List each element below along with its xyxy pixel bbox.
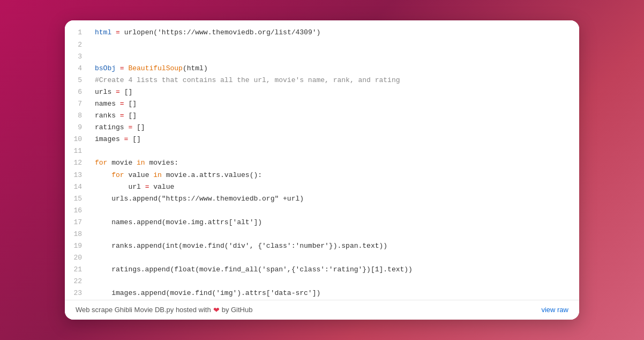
line-number: 16 xyxy=(65,205,91,217)
line-number: 3 xyxy=(65,51,91,63)
footer-text-right: by GitHub xyxy=(222,306,253,314)
line-code: #Create 4 lists that contains all the ur… xyxy=(91,75,579,86)
line-code xyxy=(91,276,579,287)
table-row: 12for movie in movies: xyxy=(65,157,579,169)
table-row: 1html = urlopen('https://www.themoviedb.… xyxy=(65,27,579,39)
table-row: 6urls = [] xyxy=(65,86,579,98)
table-row: 9ratings = [] xyxy=(65,122,579,134)
line-code: names = [] xyxy=(91,98,579,110)
line-code: for movie in movies: xyxy=(91,157,579,169)
table-row: 3 xyxy=(65,51,579,63)
line-number: 5 xyxy=(65,75,91,86)
line-code: bsObj = BeautifulSoup(html) xyxy=(91,63,579,75)
line-number: 8 xyxy=(65,110,91,122)
table-row: 8ranks = [] xyxy=(65,110,579,122)
line-number: 15 xyxy=(65,193,91,205)
line-code: url = value xyxy=(91,181,579,193)
table-row: 13 for value in movie.a.attrs.values(): xyxy=(65,169,579,181)
table-row: 14 url = value xyxy=(65,181,579,193)
line-code xyxy=(91,39,579,51)
line-code: names.append(movie.img.attrs['alt']) xyxy=(91,217,579,228)
line-number: 7 xyxy=(65,98,91,110)
footer-left: Web scrape Ghibli Movie DB.py hosted wit… xyxy=(76,306,252,314)
table-row: 21 ratings.append(float(movie.find_all('… xyxy=(65,264,579,276)
line-number: 17 xyxy=(65,217,91,228)
footer-text-left: Web scrape Ghibli Movie DB.py hosted wit… xyxy=(76,306,211,314)
line-code: images = [] xyxy=(91,134,579,145)
line-code: images.append(movie.find('img').attrs['d… xyxy=(91,287,579,299)
line-number: 21 xyxy=(65,264,91,276)
view-raw-link[interactable]: view raw xyxy=(541,306,568,314)
line-code: ranks = [] xyxy=(91,110,579,122)
table-row: 5#Create 4 lists that contains all the u… xyxy=(65,75,579,86)
table-row: 10images = [] xyxy=(65,134,579,145)
table-row: 15 urls.append("https://www.themoviedb.o… xyxy=(65,193,579,205)
line-number: 14 xyxy=(65,181,91,193)
table-row: 23 images.append(movie.find('img').attrs… xyxy=(65,287,579,299)
line-code: urls.append("https://www.themoviedb.org"… xyxy=(91,193,579,205)
line-number: 13 xyxy=(65,169,91,181)
table-row: 19 ranks.append(int(movie.find('div', {'… xyxy=(65,240,579,252)
line-number: 1 xyxy=(65,27,91,39)
table-row: 4bsObj = BeautifulSoup(html) xyxy=(65,63,579,75)
table-row: 2 xyxy=(65,39,579,51)
table-row: 17 names.append(movie.img.attrs['alt']) xyxy=(65,217,579,228)
line-code: ratings = [] xyxy=(91,122,579,134)
line-code xyxy=(91,145,579,157)
line-number: 23 xyxy=(65,287,91,299)
footer: Web scrape Ghibli Movie DB.py hosted wit… xyxy=(65,300,579,320)
line-code xyxy=(91,205,579,217)
line-number: 9 xyxy=(65,122,91,134)
line-code: urls = [] xyxy=(91,86,579,98)
line-number: 12 xyxy=(65,157,91,169)
table-row: 16 xyxy=(65,205,579,217)
code-card: 1html = urlopen('https://www.themoviedb.… xyxy=(65,20,579,319)
line-code: for value in movie.a.attrs.values(): xyxy=(91,169,579,181)
code-table: 1html = urlopen('https://www.themoviedb.… xyxy=(65,27,579,299)
code-area: 1html = urlopen('https://www.themoviedb.… xyxy=(65,20,579,299)
table-row: 18 xyxy=(65,228,579,240)
table-row: 11 xyxy=(65,145,579,157)
table-row: 20 xyxy=(65,252,579,264)
line-code: ranks.append(int(movie.find('div', {'cla… xyxy=(91,240,579,252)
line-code: ratings.append(float(movie.find_all('spa… xyxy=(91,264,579,276)
line-number: 19 xyxy=(65,240,91,252)
line-number: 20 xyxy=(65,252,91,264)
table-row: 22 xyxy=(65,276,579,287)
line-number: 10 xyxy=(65,134,91,145)
line-code xyxy=(91,228,579,240)
line-number: 22 xyxy=(65,276,91,287)
line-number: 11 xyxy=(65,145,91,157)
line-number: 6 xyxy=(65,86,91,98)
line-code: html = urlopen('https://www.themoviedb.o… xyxy=(91,27,579,39)
heart-icon: ❤ xyxy=(213,306,220,314)
line-number: 2 xyxy=(65,39,91,51)
line-number: 18 xyxy=(65,228,91,240)
table-row: 7names = [] xyxy=(65,98,579,110)
line-code xyxy=(91,51,579,63)
line-code xyxy=(91,252,579,264)
line-number: 4 xyxy=(65,63,91,75)
